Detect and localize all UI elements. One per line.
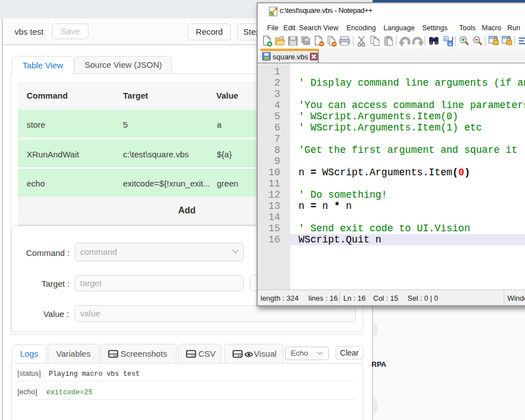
svg-text:b: b	[445, 36, 448, 41]
svg-text:a: a	[449, 41, 452, 46]
